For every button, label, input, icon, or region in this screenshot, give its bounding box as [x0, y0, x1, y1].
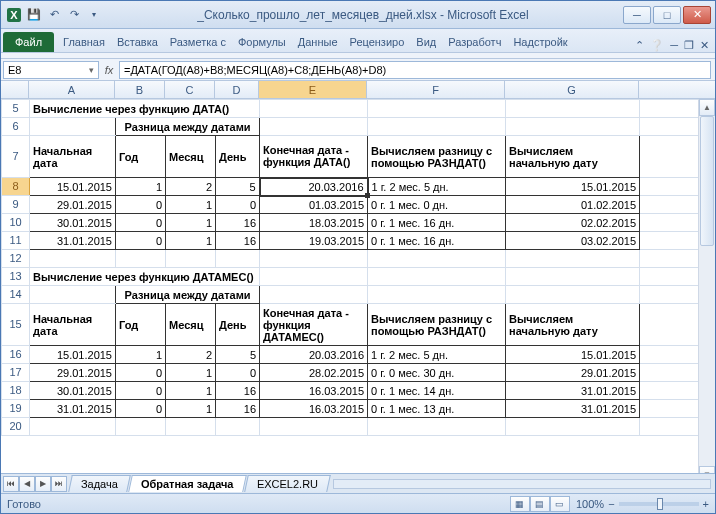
tab-view[interactable]: Вид [410, 32, 442, 52]
cell[interactable]: Вычисление через функцию ДАТАМЕС() [30, 268, 259, 285]
row-header[interactable]: 11 [2, 232, 30, 250]
sheet-nav-first-icon[interactable]: ⏮ [3, 476, 19, 492]
tab-home[interactable]: Главная [57, 32, 111, 52]
col-header[interactable]: B [115, 81, 165, 98]
maximize-button[interactable]: □ [653, 6, 681, 24]
save-icon[interactable]: 💾 [25, 6, 43, 24]
cell[interactable]: 0 [116, 400, 165, 417]
view-normal-icon[interactable]: ▦ [510, 496, 530, 512]
undo-icon[interactable]: ↶ [45, 6, 63, 24]
cell[interactable]: Вычисляем начальную дату [506, 304, 639, 345]
cell[interactable]: Месяц [166, 304, 215, 345]
cell[interactable]: Месяц [166, 136, 215, 177]
row-header[interactable]: 15 [2, 304, 30, 346]
cell[interactable]: 1 г. 2 мес. 5 дн. [368, 346, 505, 363]
tab-formulas[interactable]: Формулы [232, 32, 292, 52]
row-header[interactable]: 7 [2, 136, 30, 178]
cell[interactable]: 03.02.2015 [506, 232, 639, 249]
view-break-icon[interactable]: ▭ [550, 496, 570, 512]
cell[interactable]: 0 [216, 364, 259, 381]
grid[interactable]: A B C D E F G 5Вычисление через функцию … [1, 81, 715, 483]
cell[interactable]: 0 г. 1 мес. 0 дн. [368, 196, 505, 213]
help-icon[interactable]: ❔ [650, 39, 664, 52]
cell[interactable]: 16 [216, 382, 259, 399]
cell[interactable]: 19.03.2015 [260, 232, 367, 249]
row-header[interactable]: 17 [2, 364, 30, 382]
tab-addins[interactable]: Надстройк [507, 32, 573, 52]
cell[interactable]: 01.02.2015 [506, 196, 639, 213]
cell[interactable]: 02.02.2015 [506, 214, 639, 231]
cell[interactable]: 28.02.2015 [260, 364, 367, 381]
cell[interactable]: Год [116, 136, 165, 177]
scroll-up-icon[interactable]: ▲ [699, 99, 715, 116]
row-header[interactable]: 20 [2, 418, 30, 436]
cell[interactable]: 15.01.2015 [506, 178, 639, 195]
mdi-min-icon[interactable]: ─ [670, 39, 678, 52]
cell[interactable]: 30.01.2015 [30, 382, 115, 399]
cell[interactable]: 15.01.2015 [506, 346, 639, 363]
sheet-tab[interactable]: Задача [68, 475, 131, 492]
sheet-nav-last-icon[interactable]: ⏭ [51, 476, 67, 492]
row-header[interactable]: 12 [2, 250, 30, 268]
cell[interactable]: Начальная дата [30, 136, 115, 177]
cell[interactable]: Начальная дата [30, 304, 115, 345]
tab-developer[interactable]: Разработч [442, 32, 507, 52]
cell[interactable]: 20.03.2016 [260, 346, 367, 363]
minimize-button[interactable]: ─ [623, 6, 651, 24]
cell[interactable]: День [216, 304, 259, 345]
zoom-level[interactable]: 100% [576, 498, 604, 510]
cell[interactable]: 16.03.2015 [260, 400, 367, 417]
cell[interactable]: 16 [216, 400, 259, 417]
row-header[interactable]: 14 [2, 286, 30, 304]
cell[interactable]: 2 [166, 346, 215, 363]
row-header[interactable]: 5 [2, 100, 30, 118]
worksheet[interactable]: 5Вычисление через функцию ДАТА() 6Разниц… [1, 99, 715, 436]
col-header[interactable]: E [259, 81, 367, 98]
redo-icon[interactable]: ↷ [65, 6, 83, 24]
cell[interactable]: День [216, 136, 259, 177]
fx-icon[interactable]: fx [99, 64, 119, 76]
name-box[interactable]: E8▾ [3, 61, 99, 79]
cell[interactable]: 2 [166, 178, 215, 195]
col-header[interactable]: A [29, 81, 115, 98]
cell[interactable]: 31.01.2015 [506, 400, 639, 417]
cell[interactable]: 0 г. 1 мес. 16 дн. [368, 232, 505, 249]
cell[interactable]: 0 [216, 196, 259, 213]
cell[interactable]: 1 [166, 364, 215, 381]
sheet-tab[interactable]: EXCEL2.RU [244, 475, 331, 492]
file-tab[interactable]: Файл [3, 32, 54, 52]
cell[interactable]: 31.01.2015 [30, 232, 115, 249]
row-header[interactable]: 16 [2, 346, 30, 364]
cell[interactable]: Вычисление через функцию ДАТА() [30, 100, 259, 117]
tab-layout[interactable]: Разметка с [164, 32, 232, 52]
cell[interactable]: 1 [116, 178, 165, 195]
cell[interactable]: 0 г. 1 мес. 14 дн. [368, 382, 505, 399]
cell[interactable]: Разница между датами [116, 286, 259, 303]
cell[interactable]: 29.01.2015 [506, 364, 639, 381]
cell[interactable]: 0 [116, 232, 165, 249]
cell[interactable]: 1 [166, 214, 215, 231]
cell[interactable]: 1 [166, 196, 215, 213]
row-header[interactable]: 19 [2, 400, 30, 418]
excel-icon[interactable]: X [5, 6, 23, 24]
row-header[interactable]: 8 [2, 178, 30, 196]
cell[interactable]: Вычисляем разницу с помощью РАЗНДАТ() [368, 136, 505, 177]
mdi-restore-icon[interactable]: ❐ [684, 39, 694, 52]
cell[interactable]: 5 [216, 178, 259, 195]
cell[interactable]: 20.03.2016 [261, 179, 367, 195]
col-header[interactable]: D [215, 81, 259, 98]
sheet-nav-prev-icon[interactable]: ◀ [19, 476, 35, 492]
cell[interactable]: Конечная дата - функция ДАТАМЕС() [260, 304, 367, 345]
cell[interactable]: 1 г. 2 мес. 5 дн. [369, 178, 506, 195]
namebox-dropdown-icon[interactable]: ▾ [89, 65, 94, 75]
cell[interactable]: 01.03.2015 [260, 197, 367, 214]
mdi-close-icon[interactable]: ✕ [700, 39, 709, 52]
zoom-in-icon[interactable]: + [703, 498, 709, 510]
select-all-corner[interactable] [1, 81, 29, 98]
row-header[interactable]: 9 [2, 196, 30, 214]
close-button[interactable]: ✕ [683, 6, 711, 24]
cell[interactable]: Вычисляем разницу с помощью РАЗНДАТ() [368, 304, 505, 345]
cell[interactable]: 29.01.2015 [30, 196, 115, 213]
tab-insert[interactable]: Вставка [111, 32, 164, 52]
zoom-out-icon[interactable]: − [608, 498, 614, 510]
